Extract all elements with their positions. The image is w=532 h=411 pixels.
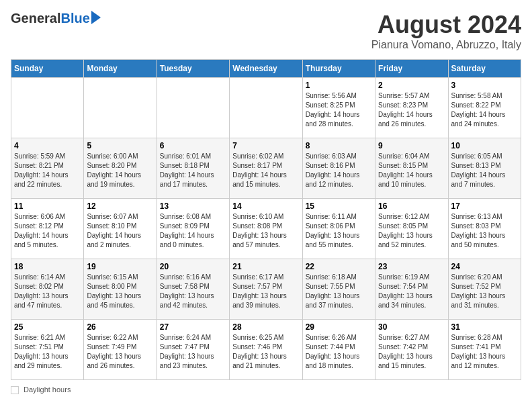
calendar-cell bbox=[11, 78, 84, 138]
calendar-cell bbox=[157, 78, 229, 138]
logo-general-text: General bbox=[11, 11, 60, 26]
weekday-header-wednesday: Wednesday bbox=[230, 60, 302, 78]
calendar-header-row: SundayMondayTuesdayWednesdayThursdayFrid… bbox=[11, 60, 521, 78]
day-number: 30 bbox=[378, 322, 445, 332]
day-number: 5 bbox=[87, 141, 153, 150]
calendar-cell: 12Sunrise: 6:07 AM Sunset: 8:10 PM Dayli… bbox=[84, 199, 157, 259]
calendar-cell: 30Sunrise: 6:27 AM Sunset: 7:42 PM Dayli… bbox=[375, 320, 448, 380]
day-number: 12 bbox=[87, 201, 153, 211]
day-info: Sunrise: 6:08 AM Sunset: 8:09 PM Dayligh… bbox=[160, 212, 226, 250]
day-number: 20 bbox=[160, 262, 226, 271]
day-number: 13 bbox=[160, 201, 226, 211]
day-info: Sunrise: 6:07 AM Sunset: 8:10 PM Dayligh… bbox=[87, 212, 153, 250]
day-number: 14 bbox=[232, 201, 299, 211]
title-block: August 2024 Pianura Vomano, Abruzzo, Ita… bbox=[371, 11, 521, 51]
day-number: 27 bbox=[160, 322, 226, 332]
day-number: 4 bbox=[14, 141, 81, 150]
logo-blue-text: Blue bbox=[60, 11, 89, 26]
day-info: Sunrise: 6:15 AM Sunset: 8:00 PM Dayligh… bbox=[87, 273, 153, 310]
calendar-cell: 9Sunrise: 6:04 AM Sunset: 8:15 PM Daylig… bbox=[375, 138, 448, 199]
calendar-cell: 21Sunrise: 6:17 AM Sunset: 7:57 PM Dayli… bbox=[230, 259, 302, 320]
calendar-cell: 23Sunrise: 6:19 AM Sunset: 7:54 PM Dayli… bbox=[375, 259, 448, 320]
day-info: Sunrise: 6:13 AM Sunset: 8:03 PM Dayligh… bbox=[451, 212, 518, 250]
day-info: Sunrise: 6:19 AM Sunset: 7:54 PM Dayligh… bbox=[378, 273, 445, 310]
calendar-cell: 1Sunrise: 5:56 AM Sunset: 8:25 PM Daylig… bbox=[302, 78, 375, 138]
day-info: Sunrise: 6:02 AM Sunset: 8:17 PM Dayligh… bbox=[232, 152, 299, 189]
calendar-cell: 26Sunrise: 6:22 AM Sunset: 7:49 PM Dayli… bbox=[84, 320, 157, 380]
day-number: 21 bbox=[232, 262, 299, 271]
calendar-footer: Daylight hours bbox=[11, 385, 521, 394]
calendar-cell: 10Sunrise: 6:05 AM Sunset: 8:13 PM Dayli… bbox=[448, 138, 521, 199]
day-info: Sunrise: 5:56 AM Sunset: 8:25 PM Dayligh… bbox=[306, 91, 372, 129]
day-number: 11 bbox=[14, 201, 81, 211]
weekday-header-saturday: Saturday bbox=[448, 60, 521, 78]
calendar-cell: 22Sunrise: 6:18 AM Sunset: 7:55 PM Dayli… bbox=[302, 259, 375, 320]
day-info: Sunrise: 5:58 AM Sunset: 8:22 PM Dayligh… bbox=[451, 91, 518, 129]
calendar-cell: 3Sunrise: 5:58 AM Sunset: 8:22 PM Daylig… bbox=[448, 78, 521, 138]
calendar-cell: 31Sunrise: 6:28 AM Sunset: 7:41 PM Dayli… bbox=[448, 320, 521, 380]
calendar-cell: 25Sunrise: 6:21 AM Sunset: 7:51 PM Dayli… bbox=[11, 320, 84, 380]
day-info: Sunrise: 6:28 AM Sunset: 7:41 PM Dayligh… bbox=[451, 333, 518, 371]
day-info: Sunrise: 6:05 AM Sunset: 8:13 PM Dayligh… bbox=[451, 152, 518, 189]
calendar-week-row: 4Sunrise: 5:59 AM Sunset: 8:21 PM Daylig… bbox=[11, 138, 521, 199]
day-info: Sunrise: 6:21 AM Sunset: 7:51 PM Dayligh… bbox=[14, 333, 81, 371]
day-info: Sunrise: 6:14 AM Sunset: 8:02 PM Dayligh… bbox=[14, 273, 81, 310]
daylight-label: Daylight hours bbox=[24, 385, 71, 394]
day-number: 9 bbox=[378, 141, 445, 150]
calendar-cell: 17Sunrise: 6:13 AM Sunset: 8:03 PM Dayli… bbox=[448, 199, 521, 259]
day-number: 28 bbox=[232, 322, 299, 332]
calendar-cell: 4Sunrise: 5:59 AM Sunset: 8:21 PM Daylig… bbox=[11, 138, 84, 199]
weekday-header-friday: Friday bbox=[375, 60, 448, 78]
day-number: 10 bbox=[451, 141, 518, 150]
day-number: 6 bbox=[160, 141, 226, 150]
day-number: 23 bbox=[378, 262, 445, 271]
day-info: Sunrise: 6:01 AM Sunset: 8:18 PM Dayligh… bbox=[160, 152, 226, 189]
day-info: Sunrise: 6:24 AM Sunset: 7:47 PM Dayligh… bbox=[160, 333, 226, 371]
day-number: 18 bbox=[14, 262, 81, 271]
calendar-cell: 16Sunrise: 6:12 AM Sunset: 8:05 PM Dayli… bbox=[375, 199, 448, 259]
weekday-header-sunday: Sunday bbox=[11, 60, 84, 78]
day-info: Sunrise: 6:11 AM Sunset: 8:06 PM Dayligh… bbox=[306, 212, 372, 250]
calendar-cell: 20Sunrise: 6:16 AM Sunset: 7:58 PM Dayli… bbox=[157, 259, 229, 320]
day-info: Sunrise: 6:04 AM Sunset: 8:15 PM Dayligh… bbox=[378, 152, 445, 189]
day-info: Sunrise: 5:57 AM Sunset: 8:23 PM Dayligh… bbox=[378, 91, 445, 129]
logo: General Blue bbox=[11, 11, 101, 26]
calendar-table: SundayMondayTuesdayWednesdayThursdayFrid… bbox=[11, 59, 521, 380]
calendar-cell bbox=[230, 78, 302, 138]
day-info: Sunrise: 6:16 AM Sunset: 7:58 PM Dayligh… bbox=[160, 273, 226, 310]
calendar-week-row: 18Sunrise: 6:14 AM Sunset: 8:02 PM Dayli… bbox=[11, 259, 521, 320]
day-number: 8 bbox=[306, 141, 372, 150]
day-number: 1 bbox=[306, 81, 372, 90]
day-info: Sunrise: 6:12 AM Sunset: 8:05 PM Dayligh… bbox=[378, 212, 445, 250]
day-number: 2 bbox=[378, 81, 445, 90]
location-subtitle: Pianura Vomano, Abruzzo, Italy bbox=[371, 39, 521, 51]
day-info: Sunrise: 5:59 AM Sunset: 8:21 PM Dayligh… bbox=[14, 152, 81, 189]
calendar-cell: 19Sunrise: 6:15 AM Sunset: 8:00 PM Dayli… bbox=[84, 259, 157, 320]
day-number: 15 bbox=[306, 201, 372, 211]
calendar-cell: 13Sunrise: 6:08 AM Sunset: 8:09 PM Dayli… bbox=[157, 199, 229, 259]
day-number: 3 bbox=[451, 81, 518, 90]
page-header: General Blue August 2024 Pianura Vomano,… bbox=[11, 11, 521, 51]
calendar-week-row: 1Sunrise: 5:56 AM Sunset: 8:25 PM Daylig… bbox=[11, 78, 521, 138]
day-number: 22 bbox=[306, 262, 372, 271]
day-number: 19 bbox=[87, 262, 153, 271]
day-info: Sunrise: 6:18 AM Sunset: 7:55 PM Dayligh… bbox=[306, 273, 372, 310]
calendar-cell: 11Sunrise: 6:06 AM Sunset: 8:12 PM Dayli… bbox=[11, 199, 84, 259]
day-info: Sunrise: 6:22 AM Sunset: 7:49 PM Dayligh… bbox=[87, 333, 153, 371]
calendar-week-row: 25Sunrise: 6:21 AM Sunset: 7:51 PM Dayli… bbox=[11, 320, 521, 380]
day-info: Sunrise: 6:17 AM Sunset: 7:57 PM Dayligh… bbox=[232, 273, 299, 310]
daylight-box-icon bbox=[11, 386, 19, 394]
calendar-cell: 2Sunrise: 5:57 AM Sunset: 8:23 PM Daylig… bbox=[375, 78, 448, 138]
calendar-week-row: 11Sunrise: 6:06 AM Sunset: 8:12 PM Dayli… bbox=[11, 199, 521, 259]
day-number: 7 bbox=[232, 141, 299, 150]
day-number: 17 bbox=[451, 201, 518, 211]
day-info: Sunrise: 6:00 AM Sunset: 8:20 PM Dayligh… bbox=[87, 152, 153, 189]
weekday-header-monday: Monday bbox=[84, 60, 157, 78]
day-info: Sunrise: 6:25 AM Sunset: 7:46 PM Dayligh… bbox=[232, 333, 299, 371]
calendar-cell: 7Sunrise: 6:02 AM Sunset: 8:17 PM Daylig… bbox=[230, 138, 302, 199]
month-year-title: August 2024 bbox=[371, 11, 521, 39]
calendar-cell: 18Sunrise: 6:14 AM Sunset: 8:02 PM Dayli… bbox=[11, 259, 84, 320]
day-info: Sunrise: 6:27 AM Sunset: 7:42 PM Dayligh… bbox=[378, 333, 445, 371]
calendar-cell: 14Sunrise: 6:10 AM Sunset: 8:08 PM Dayli… bbox=[230, 199, 302, 259]
day-number: 25 bbox=[14, 322, 81, 332]
